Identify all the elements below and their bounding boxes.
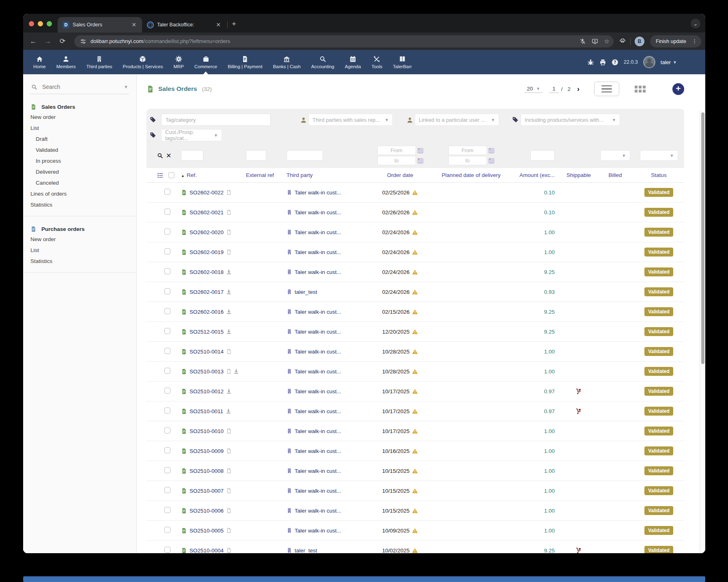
row-checkbox[interactable] <box>164 447 170 453</box>
page-size-select[interactable]: 20▼ <box>524 85 543 93</box>
clone-document-icon[interactable] <box>226 369 232 374</box>
page-scrollbar[interactable] <box>700 110 705 553</box>
third-party-link[interactable]: Taler walk-in cust... <box>295 269 341 275</box>
profile-avatar[interactable]: B <box>635 37 644 46</box>
row-checkbox[interactable] <box>164 228 170 235</box>
calendar-icon[interactable] <box>418 148 423 153</box>
print-icon[interactable] <box>599 59 606 66</box>
amount-value[interactable]: 9.25 <box>516 269 560 275</box>
grid-view-button[interactable] <box>635 86 646 93</box>
row-checkbox[interactable] <box>164 308 170 314</box>
third-party-link[interactable]: taler_test <box>295 548 317 554</box>
clone-document-icon[interactable] <box>226 448 232 454</box>
back-button[interactable]: ← <box>27 37 39 45</box>
amount-value[interactable]: 9.25 <box>516 548 560 554</box>
user-menu[interactable]: taler▼ <box>661 59 677 65</box>
clone-document-icon[interactable] <box>226 508 232 513</box>
order-ref-link[interactable]: SO2602-0018 <box>190 269 224 275</box>
clone-document-icon[interactable] <box>226 428 232 434</box>
order-ref-link[interactable]: SO2602-0017 <box>190 289 224 295</box>
amount-value[interactable]: 1.00 <box>516 528 560 534</box>
third-party-link[interactable]: Taler walk-in cust... <box>295 249 341 255</box>
third-party-link[interactable]: Taler walk-in cust... <box>295 309 341 315</box>
order-ref-link[interactable]: SO2602-0022 <box>190 190 224 196</box>
including-products-select[interactable]: Including products/services with...▼ <box>521 114 620 126</box>
row-checkbox[interactable] <box>164 368 170 374</box>
column-options-icon[interactable] <box>157 172 164 179</box>
amount-value[interactable]: 0.97 <box>516 388 560 394</box>
row-checkbox[interactable] <box>164 268 170 274</box>
zoom-window-button[interactable] <box>47 21 52 26</box>
header-ref[interactable]: ▲Ref. <box>181 172 246 178</box>
clone-document-icon[interactable] <box>226 190 232 195</box>
third-party-link[interactable]: Taler walk-in cust... <box>295 388 341 394</box>
install-app-icon[interactable] <box>592 38 598 45</box>
reload-button[interactable]: ⟳ <box>56 37 69 45</box>
row-checkbox[interactable] <box>164 328 170 334</box>
order-date-to-input[interactable] <box>377 156 416 165</box>
clear-search-icon[interactable]: ✕ <box>166 152 171 160</box>
sidebar-item-new-order[interactable]: New order <box>23 234 136 245</box>
header-third-party[interactable]: Third party <box>286 172 374 178</box>
row-checkbox[interactable] <box>164 547 170 553</box>
clone-document-icon[interactable] <box>226 548 232 553</box>
order-ref-link[interactable]: SO2510-0013 <box>190 369 224 375</box>
sidebar-item-statistics[interactable]: Statistics <box>23 199 136 210</box>
third-party-link[interactable]: Taler walk-in cust... <box>295 329 341 335</box>
sidebar-item-list[interactable]: List <box>23 123 136 134</box>
calendar-icon[interactable] <box>489 158 494 164</box>
address-bar[interactable]: dolibarr.potuzhnyi.com/commande/list.php… <box>74 35 614 47</box>
topnav-item-home[interactable]: Home <box>28 50 51 74</box>
run-search-icon[interactable] <box>157 153 163 159</box>
third-party-link[interactable]: Taler walk-in cust... <box>295 528 341 534</box>
amount-value[interactable]: 0.10 <box>516 190 560 196</box>
cust-prosp-tags-select[interactable]: Cust./Prosp. tags/cat...▼ <box>161 129 222 141</box>
clone-document-icon[interactable] <box>226 528 232 533</box>
third-party-link[interactable]: Taler walk-in cust... <box>295 229 341 235</box>
external-ref-filter-input[interactable] <box>246 150 266 161</box>
order-ref-link[interactable]: SO2510-0014 <box>190 349 224 355</box>
sidebar-item-lines-of-orders[interactable]: Lines of orders <box>23 188 136 199</box>
row-checkbox[interactable] <box>164 467 170 473</box>
topnav-item-third-parties[interactable]: Third parties <box>81 50 118 74</box>
scrollbar-thumb[interactable] <box>701 112 704 364</box>
tab-search-chevron-icon[interactable]: ⌄ <box>691 19 700 28</box>
amount-value[interactable]: 9.25 <box>516 329 560 335</box>
tag-category-input[interactable] <box>161 114 271 126</box>
current-page-input[interactable]: 1 <box>549 85 559 93</box>
ref-filter-input[interactable] <box>181 150 203 161</box>
topnav-item-products-services[interactable]: Products | Services <box>118 50 168 74</box>
row-checkbox[interactable] <box>164 507 170 513</box>
download-document-icon[interactable] <box>226 408 231 414</box>
order-ref-link[interactable]: SO2510-0007 <box>190 488 224 494</box>
status-filter-select[interactable]: ▼ <box>640 150 678 161</box>
list-view-button[interactable] <box>594 82 619 96</box>
order-ref-link[interactable]: SO2510-0006 <box>190 508 224 514</box>
amount-value[interactable]: 1.00 <box>516 229 560 235</box>
clone-document-icon[interactable] <box>226 209 232 215</box>
amount-value[interactable]: 1.00 <box>516 249 560 255</box>
order-ref-link[interactable]: SO2602-0019 <box>190 249 224 255</box>
order-ref-link[interactable]: SO2510-0005 <box>190 528 224 534</box>
download-document-icon[interactable] <box>226 329 232 334</box>
download-document-icon[interactable] <box>226 388 232 394</box>
row-checkbox[interactable] <box>164 388 170 394</box>
third-party-link[interactable]: Taler walk-in cust... <box>295 349 341 355</box>
select-all-checkbox[interactable] <box>168 172 174 178</box>
download-document-icon[interactable] <box>226 309 232 315</box>
third-party-link[interactable]: Taler walk-in cust... <box>295 468 341 474</box>
amount-value[interactable]: 1.00 <box>516 349 560 355</box>
close-window-button[interactable] <box>29 21 34 26</box>
forward-button[interactable]: → <box>42 37 54 45</box>
third-party-link[interactable]: Taler walk-in cust... <box>295 408 341 414</box>
next-page-button[interactable]: › <box>577 85 579 93</box>
amount-value[interactable]: 9.25 <box>516 309 560 315</box>
add-order-button[interactable]: + <box>672 83 684 95</box>
row-checkbox[interactable] <box>164 527 170 533</box>
order-ref-link[interactable]: SO2602-0020 <box>190 229 224 235</box>
topnav-item-billing-payment[interactable]: Billing | Payment <box>222 50 267 74</box>
microphone-off-icon[interactable] <box>579 38 586 45</box>
amount-value[interactable]: 1.00 <box>516 369 560 375</box>
third-party-link[interactable]: Taler walk-in cust... <box>295 190 341 196</box>
row-checkbox[interactable] <box>164 487 170 493</box>
